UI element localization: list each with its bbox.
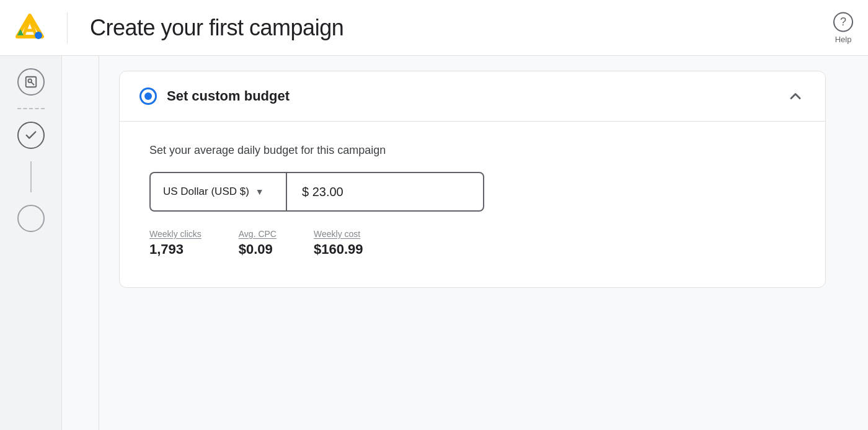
currency-text: US Dollar (USD $) — [163, 186, 249, 198]
dropdown-arrow-icon: ▼ — [255, 187, 264, 197]
sidebar-check-icon[interactable] — [17, 122, 45, 149]
avg-cpc-stat: Avg. CPC $0.09 — [239, 229, 277, 258]
budget-card: Set custom budget Set your average daily… — [119, 71, 826, 288]
sidebar-vertical-line — [30, 161, 32, 192]
help-icon: ? — [833, 12, 853, 32]
svg-point-3 — [35, 32, 42, 39]
card-body: Set your average daily budget for this c… — [120, 122, 825, 287]
help-label: Help — [835, 34, 852, 43]
sidebar-second — [62, 56, 99, 430]
page-title: Create your first campaign — [90, 15, 343, 41]
google-ads-logo — [15, 13, 45, 43]
header: Create your first campaign ? Help — [0, 0, 868, 56]
header-divider — [67, 12, 68, 43]
currency-select[interactable]: US Dollar (USD $) ▼ — [149, 172, 286, 212]
radio-inner — [144, 92, 152, 100]
weekly-clicks-value: 1,793 — [149, 241, 202, 258]
weekly-cost-stat: Weekly cost $160.99 — [314, 229, 363, 258]
logo-area: Create your first campaign — [15, 12, 343, 43]
radio-selected[interactable] — [140, 87, 157, 105]
card-title: Set custom budget — [167, 88, 290, 104]
sidebar-left — [0, 56, 62, 430]
avg-cpc-label: Avg. CPC — [239, 229, 277, 239]
input-row: US Dollar (USD $) ▼ $ 23.00 — [149, 172, 795, 212]
budget-description: Set your average daily budget for this c… — [149, 144, 795, 157]
sidebar-search-icon[interactable] — [17, 68, 45, 96]
sidebar-circle-icon[interactable] — [17, 205, 45, 232]
weekly-clicks-label: Weekly clicks — [149, 229, 202, 239]
weekly-cost-value: $160.99 — [314, 241, 363, 258]
main-layout: Set custom budget Set your average daily… — [0, 56, 868, 430]
stats-row: Weekly clicks 1,793 Avg. CPC $0.09 Weekl… — [149, 229, 795, 258]
weekly-cost-label: Weekly cost — [314, 229, 363, 239]
sidebar-divider-top — [17, 108, 45, 109]
budget-value: $ 23.00 — [302, 185, 343, 199]
budget-input[interactable]: $ 23.00 — [286, 172, 484, 212]
help-button[interactable]: ? Help — [833, 12, 853, 43]
avg-cpc-value: $0.09 — [239, 241, 277, 258]
card-header-left: Set custom budget — [140, 87, 290, 105]
weekly-clicks-stat: Weekly clicks 1,793 — [149, 229, 202, 258]
content-area: Set custom budget Set your average daily… — [99, 56, 868, 430]
svg-line-6 — [31, 83, 33, 85]
svg-point-5 — [28, 79, 32, 83]
chevron-up-button[interactable] — [786, 86, 805, 106]
card-header: Set custom budget — [120, 71, 825, 122]
